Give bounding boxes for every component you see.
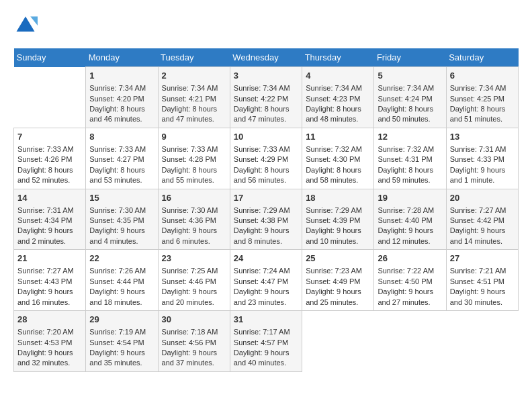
sunset-text: Sunset: 4:56 PM (162, 338, 226, 348)
sunset-text: Sunset: 4:31 PM (378, 154, 442, 165)
daylight-text: Daylight: 9 hours and 12 minutes. (378, 226, 442, 246)
calendar-cell: 12Sunrise: 7:32 AMSunset: 4:31 PMDayligh… (374, 128, 446, 189)
calendar-cell: 6Sunrise: 7:34 AMSunset: 4:25 PMDaylight… (446, 67, 518, 128)
calendar-cell: 29Sunrise: 7:19 AMSunset: 4:54 PMDayligh… (86, 311, 158, 372)
sunrise-text: Sunrise: 7:30 AM (89, 205, 154, 216)
calendar-cell: 19Sunrise: 7:28 AMSunset: 4:40 PMDayligh… (374, 189, 446, 250)
sunrise-text: Sunrise: 7:34 AM (378, 83, 442, 93)
sunrise-text: Sunrise: 7:29 AM (234, 205, 298, 216)
sunrise-text: Sunrise: 7:17 AM (234, 327, 298, 337)
day-number: 22 (89, 253, 154, 265)
day-number: 30 (162, 314, 226, 326)
day-number: 11 (306, 131, 370, 143)
sunrise-text: Sunrise: 7:28 AM (378, 205, 442, 216)
calendar-cell: 24Sunrise: 7:24 AMSunset: 4:47 PMDayligh… (230, 250, 302, 311)
day-number: 5 (378, 70, 442, 82)
calendar-cell: 18Sunrise: 7:29 AMSunset: 4:39 PMDayligh… (302, 189, 374, 250)
calendar-cell: 26Sunrise: 7:22 AMSunset: 4:50 PMDayligh… (374, 250, 446, 311)
sunset-text: Sunset: 4:24 PM (378, 94, 442, 104)
daylight-text: Daylight: 9 hours and 35 minutes. (89, 348, 154, 369)
calendar-cell: 3Sunrise: 7:34 AMSunset: 4:22 PMDaylight… (230, 67, 302, 128)
sunset-text: Sunset: 4:22 PM (234, 94, 298, 104)
daylight-text: Daylight: 8 hours and 48 minutes. (306, 104, 370, 125)
sunrise-text: Sunrise: 7:21 AM (450, 266, 515, 276)
sunset-text: Sunset: 4:33 PM (450, 154, 515, 165)
daylight-text: Daylight: 9 hours and 2 minutes. (17, 226, 82, 246)
calendar-cell: 20Sunrise: 7:27 AMSunset: 4:42 PMDayligh… (446, 189, 518, 250)
calendar-table: SundayMondayTuesdayWednesdayThursdayFrid… (13, 48, 519, 372)
day-number: 21 (17, 253, 82, 265)
sunset-text: Sunset: 4:25 PM (450, 94, 515, 104)
sunrise-text: Sunrise: 7:33 AM (234, 144, 298, 154)
daylight-text: Daylight: 9 hours and 27 minutes. (378, 287, 442, 308)
calendar-cell: 16Sunrise: 7:30 AMSunset: 4:36 PMDayligh… (158, 189, 230, 250)
calendar-week-row: 14Sunrise: 7:31 AMSunset: 4:34 PMDayligh… (14, 189, 519, 250)
calendar-cell: 10Sunrise: 7:33 AMSunset: 4:29 PMDayligh… (230, 128, 302, 189)
weekday-header-wednesday: Wednesday (230, 48, 302, 67)
calendar-cell (14, 67, 86, 128)
daylight-text: Daylight: 9 hours and 30 minutes. (450, 287, 515, 308)
daylight-text: Daylight: 9 hours and 18 minutes. (89, 287, 154, 308)
sunset-text: Sunset: 4:29 PM (234, 154, 298, 165)
calendar-cell: 30Sunrise: 7:18 AMSunset: 4:56 PMDayligh… (158, 311, 230, 372)
calendar-cell: 28Sunrise: 7:20 AMSunset: 4:53 PMDayligh… (14, 311, 86, 372)
page-header (13, 13, 519, 38)
daylight-text: Daylight: 9 hours and 20 minutes. (162, 287, 226, 308)
sunset-text: Sunset: 4:43 PM (17, 277, 82, 287)
day-number: 4 (306, 70, 370, 82)
daylight-text: Daylight: 8 hours and 55 minutes. (162, 165, 226, 186)
weekday-header-monday: Monday (86, 48, 158, 67)
sunset-text: Sunset: 4:53 PM (17, 338, 82, 348)
calendar-cell: 7Sunrise: 7:33 AMSunset: 4:26 PMDaylight… (14, 128, 86, 189)
daylight-text: Daylight: 9 hours and 37 minutes. (162, 348, 226, 369)
sunset-text: Sunset: 4:39 PM (306, 216, 370, 226)
daylight-text: Daylight: 8 hours and 59 minutes. (378, 165, 442, 186)
sunrise-text: Sunrise: 7:27 AM (450, 205, 515, 216)
sunset-text: Sunset: 4:21 PM (162, 94, 226, 104)
calendar-cell (374, 311, 446, 372)
daylight-text: Daylight: 8 hours and 47 minutes. (162, 104, 226, 125)
daylight-text: Daylight: 9 hours and 14 minutes. (450, 226, 515, 246)
day-number: 28 (17, 314, 82, 326)
daylight-text: Daylight: 8 hours and 46 minutes. (89, 104, 154, 125)
calendar-week-row: 28Sunrise: 7:20 AMSunset: 4:53 PMDayligh… (14, 311, 519, 372)
calendar-cell (302, 311, 374, 372)
sunrise-text: Sunrise: 7:18 AM (162, 327, 226, 337)
daylight-text: Daylight: 8 hours and 53 minutes. (89, 165, 154, 186)
sunset-text: Sunset: 4:54 PM (89, 338, 154, 348)
calendar-cell: 9Sunrise: 7:33 AMSunset: 4:28 PMDaylight… (158, 128, 230, 189)
day-number: 8 (89, 131, 154, 143)
weekday-header-tuesday: Tuesday (158, 48, 230, 67)
sunrise-text: Sunrise: 7:23 AM (306, 266, 370, 276)
calendar-week-row: 21Sunrise: 7:27 AMSunset: 4:43 PMDayligh… (14, 250, 519, 311)
sunset-text: Sunset: 4:40 PM (378, 216, 442, 226)
day-number: 1 (89, 70, 154, 82)
sunset-text: Sunset: 4:38 PM (234, 216, 298, 226)
day-number: 7 (17, 131, 82, 143)
sunrise-text: Sunrise: 7:33 AM (89, 144, 154, 154)
day-number: 14 (17, 192, 82, 204)
daylight-text: Daylight: 9 hours and 16 minutes. (17, 287, 82, 308)
calendar-cell: 14Sunrise: 7:31 AMSunset: 4:34 PMDayligh… (14, 189, 86, 250)
sunrise-text: Sunrise: 7:34 AM (162, 83, 226, 93)
daylight-text: Daylight: 9 hours and 10 minutes. (306, 226, 370, 246)
day-number: 17 (234, 192, 298, 204)
day-number: 3 (234, 70, 298, 82)
calendar-cell: 25Sunrise: 7:23 AMSunset: 4:49 PMDayligh… (302, 250, 374, 311)
sunset-text: Sunset: 4:26 PM (17, 154, 82, 165)
daylight-text: Daylight: 8 hours and 51 minutes. (450, 104, 515, 125)
sunset-text: Sunset: 4:28 PM (162, 154, 226, 165)
daylight-text: Daylight: 9 hours and 32 minutes. (17, 348, 82, 369)
calendar-cell: 21Sunrise: 7:27 AMSunset: 4:43 PMDayligh… (14, 250, 86, 311)
sunset-text: Sunset: 4:23 PM (306, 94, 370, 104)
day-number: 31 (234, 314, 298, 326)
weekday-header-thursday: Thursday (302, 48, 374, 67)
day-number: 10 (234, 131, 298, 143)
daylight-text: Daylight: 8 hours and 50 minutes. (378, 104, 442, 125)
calendar-cell: 8Sunrise: 7:33 AMSunset: 4:27 PMDaylight… (86, 128, 158, 189)
daylight-text: Daylight: 9 hours and 25 minutes. (306, 287, 370, 308)
calendar-cell: 2Sunrise: 7:34 AMSunset: 4:21 PMDaylight… (158, 67, 230, 128)
sunrise-text: Sunrise: 7:32 AM (306, 144, 370, 154)
sunset-text: Sunset: 4:51 PM (450, 277, 515, 287)
svg-marker-0 (17, 17, 35, 32)
